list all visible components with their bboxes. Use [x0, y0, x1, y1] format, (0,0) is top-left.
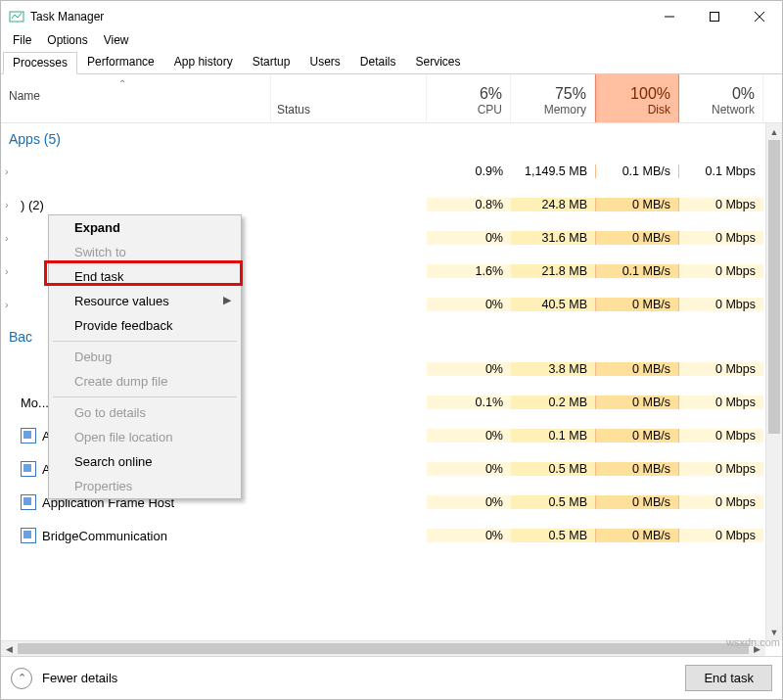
maximize-button[interactable] — [692, 1, 737, 31]
cell-net: 0 Mbps — [679, 396, 763, 409]
header-name[interactable]: ⌃ Name — [1, 74, 271, 122]
cell-cpu: 0% — [427, 495, 511, 509]
cell-net: 0 Mbps — [679, 529, 763, 542]
minimize-button[interactable] — [647, 1, 692, 31]
cell-disk: 0 MB/s — [595, 529, 679, 542]
cell-mem: 24.8 MB — [511, 198, 595, 211]
horizontal-scroll-thumb[interactable] — [18, 643, 749, 654]
header-network[interactable]: 0% Network — [679, 74, 763, 122]
cell-net: 0.1 Mbps — [679, 164, 763, 178]
vertical-scroll-thumb[interactable] — [768, 140, 780, 434]
context-menu-item: Open file location — [49, 425, 241, 449]
cell-cpu: 1.6% — [427, 264, 511, 278]
cell-mem: 0.1 MB — [511, 429, 595, 443]
cell-cpu: 0% — [427, 362, 511, 376]
context-menu-item[interactable]: Provide feedback — [49, 313, 241, 338]
cell-disk: 0 MB/s — [595, 396, 679, 409]
header-memory[interactable]: 75% Memory — [511, 74, 595, 122]
cell-disk: 0.1 MB/s — [595, 264, 679, 278]
menu-options[interactable]: Options — [39, 31, 95, 51]
tab-services[interactable]: Services — [406, 51, 471, 73]
scroll-left-icon[interactable]: ◀ — [1, 641, 18, 656]
cell-mem: 0.5 MB — [511, 495, 595, 509]
cell-mem: 0.2 MB — [511, 396, 595, 409]
cell-cpu: 0% — [427, 231, 511, 245]
tab-details[interactable]: Details — [350, 51, 406, 73]
task-manager-window: Task Manager File Options View Processes… — [0, 0, 783, 700]
context-menu-item[interactable]: Resource values▶ — [49, 289, 241, 313]
expand-caret-icon[interactable]: › — [5, 165, 17, 177]
chevron-up-icon[interactable]: ⌃ — [11, 668, 32, 689]
cell-disk: 0 MB/s — [595, 462, 679, 476]
expand-caret-icon[interactable]: › — [5, 265, 17, 277]
cell-mem: 31.6 MB — [511, 231, 595, 245]
cell-net: 0 Mbps — [679, 462, 763, 476]
context-menu-item[interactable]: Search online — [49, 449, 241, 474]
horizontal-scrollbar[interactable]: ◀ ▶ — [1, 640, 765, 656]
table-row[interactable]: ›0.9%1,149.5 MB0.1 MB/s0.1 Mbps — [1, 155, 764, 188]
expand-caret-icon[interactable]: › — [5, 299, 17, 310]
cell-cpu: 0% — [427, 429, 511, 443]
scroll-up-icon[interactable]: ▲ — [766, 123, 782, 140]
close-button[interactable] — [737, 1, 782, 31]
cell-net: 0 Mbps — [679, 298, 763, 311]
titlebar: Task Manager — [1, 1, 782, 31]
context-menu-item: Properties — [49, 474, 241, 498]
context-menu-item: Debug — [49, 345, 241, 369]
table-row[interactable]: BridgeCommunication0%0.5 MB0 MB/s0 Mbps — [1, 519, 764, 552]
cell-mem: 1,149.5 MB — [511, 164, 595, 178]
svg-rect-2 — [711, 12, 719, 21]
tab-processes[interactable]: Processes — [3, 52, 77, 74]
cell-disk: 0 MB/s — [595, 231, 679, 245]
cell-mem: 3.8 MB — [511, 362, 595, 376]
tab-users[interactable]: Users — [299, 51, 349, 73]
cell-net: 0 Mbps — [679, 231, 763, 245]
tab-strip: Processes Performance App history Startu… — [1, 51, 782, 74]
context-menu-item[interactable]: Expand — [49, 215, 241, 240]
vertical-scrollbar[interactable]: ▲ ▼ — [765, 123, 782, 640]
context-menu: ExpandSwitch toEnd taskResource values▶P… — [48, 214, 242, 499]
menu-view[interactable]: View — [96, 31, 137, 51]
cell-cpu: 0.1% — [427, 396, 511, 409]
cell-mem: 40.5 MB — [511, 298, 595, 311]
cell-disk: 0.1 MB/s — [595, 164, 679, 178]
menu-file[interactable]: File — [5, 31, 39, 51]
cell-mem: 21.8 MB — [511, 264, 595, 278]
fewer-details-link[interactable]: Fewer details — [42, 671, 117, 685]
cell-disk: 0 MB/s — [595, 495, 679, 509]
tab-app-history[interactable]: App history — [164, 51, 243, 73]
process-icon — [21, 428, 36, 443]
cell-cpu: 0.8% — [427, 198, 511, 211]
process-name: BridgeCommunication — [42, 529, 167, 543]
expand-caret-icon[interactable]: › — [5, 199, 17, 210]
process-name: Mo... — [21, 396, 49, 410]
window-controls — [647, 1, 782, 31]
cell-cpu: 0.9% — [427, 164, 511, 178]
cell-net: 0 Mbps — [679, 264, 763, 278]
expand-caret-icon[interactable]: › — [5, 232, 17, 244]
tab-startup[interactable]: Startup — [243, 51, 300, 73]
cell-cpu: 0% — [427, 298, 511, 311]
cell-disk: 0 MB/s — [595, 298, 679, 311]
header-cpu[interactable]: 6% CPU — [427, 74, 511, 122]
header-status[interactable]: Status — [271, 74, 427, 122]
header-disk[interactable]: 100% Disk — [595, 74, 679, 122]
cell-net: 0 Mbps — [679, 495, 763, 509]
window-title: Task Manager — [30, 10, 104, 23]
context-menu-separator — [53, 341, 237, 342]
submenu-caret-icon: ▶ — [223, 294, 231, 306]
end-task-button[interactable]: End task — [685, 665, 772, 691]
menubar: File Options View — [1, 31, 782, 51]
column-headers: ⌃ Name Status 6% CPU 75% Memory 100% Dis… — [1, 74, 782, 123]
context-menu-item[interactable]: End task — [49, 264, 241, 289]
context-menu-item: Create dump file — [49, 369, 241, 394]
process-icon — [21, 494, 36, 510]
context-menu-item: Go to details — [49, 400, 241, 425]
cell-disk: 0 MB/s — [595, 198, 679, 211]
watermark: wsxdn.com — [726, 636, 780, 648]
cell-net: 0 Mbps — [679, 362, 763, 376]
cell-disk: 0 MB/s — [595, 362, 679, 376]
tab-performance[interactable]: Performance — [77, 51, 164, 73]
cell-cpu: 0% — [427, 529, 511, 542]
cell-cpu: 0% — [427, 462, 511, 476]
